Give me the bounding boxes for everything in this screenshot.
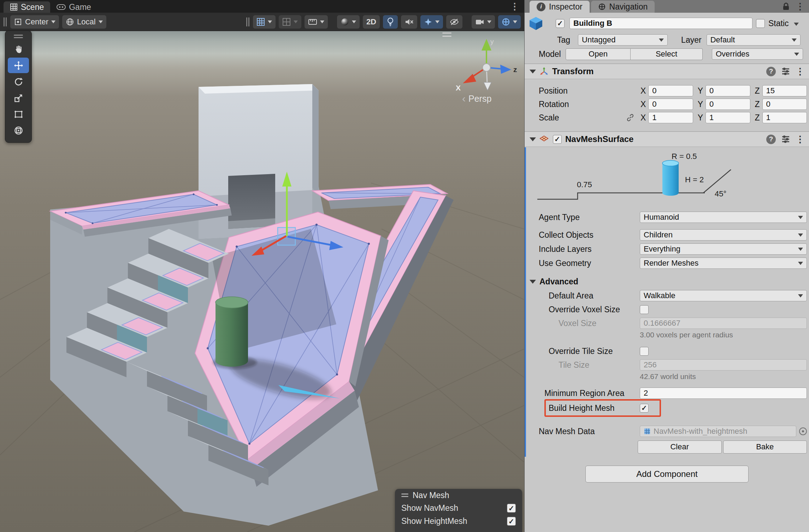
rotation-y-field[interactable]: 0: [705, 99, 750, 110]
scale-tool-button[interactable]: [8, 90, 29, 106]
effects-dropdown-button[interactable]: [420, 15, 443, 29]
grid-snap-button[interactable]: [253, 15, 276, 29]
clear-button[interactable]: Clear: [638, 441, 722, 454]
tab-game[interactable]: Game: [50, 1, 98, 13]
prefab-cube-icon[interactable]: [528, 16, 544, 31]
chevron-down-icon: [51, 20, 55, 23]
constrain-proportions-icon[interactable]: [626, 114, 634, 122]
lock-icon[interactable]: [782, 2, 790, 11]
hand-tool-button[interactable]: [8, 41, 29, 57]
min-region-field[interactable]: 2: [640, 388, 807, 399]
presets-icon[interactable]: [781, 135, 790, 144]
navmesh-overlay-header[interactable]: Nav Mesh: [395, 489, 522, 502]
rotation-x-field[interactable]: 0: [648, 99, 693, 110]
agent-type-dropdown[interactable]: Humanoid: [640, 212, 807, 223]
navmeshsurface-header[interactable]: NavMeshSurface ? ⋮: [525, 131, 809, 147]
active-checkbox[interactable]: [556, 19, 565, 28]
rect-tool-button[interactable]: [8, 106, 29, 122]
override-tile-checkbox[interactable]: [640, 347, 649, 356]
layer-dropdown[interactable]: Default: [707, 34, 801, 46]
tab-navigation[interactable]: Navigation: [591, 1, 655, 13]
component-menu-icon[interactable]: ⋮: [796, 66, 805, 77]
toolbar-drag-handle-2[interactable]: [246, 17, 250, 26]
green-cylinder[interactable]: [215, 297, 248, 367]
override-voxel-checkbox[interactable]: [640, 305, 649, 314]
pivot-mode-dropdown[interactable]: Center: [10, 15, 59, 29]
bake-button[interactable]: Bake: [723, 441, 807, 454]
build-height-mesh-checkbox[interactable]: [640, 404, 649, 413]
position-x-field[interactable]: 0: [648, 85, 693, 96]
overrides-dropdown[interactable]: Overrides: [712, 48, 803, 60]
effects-sparkle-icon: [424, 18, 432, 26]
pivot-icon: [14, 18, 22, 26]
advanced-foldout[interactable]: Advanced: [525, 276, 809, 287]
static-flags-caret-icon[interactable]: [794, 23, 799, 26]
2d-toggle-button[interactable]: 2D: [363, 15, 380, 29]
navmesh-display-overlay: Nav Mesh Show NavMesh Show HeightMesh: [395, 489, 522, 532]
toolbar-drag-handle[interactable]: [4, 17, 7, 26]
foldout-icon[interactable]: [530, 70, 536, 73]
position-z-field[interactable]: 15: [762, 85, 807, 96]
axis-neg-y-cone[interactable]: [484, 82, 491, 90]
palette-drag-handle[interactable]: [5, 32, 31, 41]
component-menu-icon[interactable]: ⋮: [796, 134, 805, 145]
presets-icon[interactable]: [781, 67, 790, 76]
help-icon[interactable]: ?: [766, 67, 776, 76]
gizmos-dropdown-button[interactable]: [498, 15, 521, 29]
static-checkbox[interactable]: [756, 19, 765, 28]
tab-inspector[interactable]: i Inspector: [530, 1, 590, 13]
navmesh-data-row: Nav Mesh Data NavMesh-with_heightmesh: [525, 425, 809, 437]
draw-mode-dropdown[interactable]: [337, 15, 360, 29]
object-name-field[interactable]: Building B: [569, 18, 752, 29]
scene-tab-menu-icon[interactable]: ⋮: [510, 1, 519, 12]
rotation-z-field[interactable]: 0: [762, 99, 807, 110]
axis-y-cone[interactable]: [482, 39, 491, 51]
axis-z-cone[interactable]: [500, 65, 511, 74]
move-tool-button[interactable]: [8, 58, 29, 73]
tag-dropdown[interactable]: Untagged: [578, 34, 668, 46]
object-picker-icon[interactable]: [799, 427, 807, 435]
collect-objects-dropdown[interactable]: Children: [640, 229, 807, 241]
foldout-icon[interactable]: [530, 137, 536, 141]
projection-label[interactable]: ‹ Persp: [462, 93, 491, 104]
include-layers-dropdown[interactable]: Everything: [640, 243, 807, 255]
default-area-dropdown[interactable]: Walkable: [640, 290, 807, 301]
audio-toggle-button[interactable]: [401, 15, 417, 29]
camera-dropdown-button[interactable]: [472, 15, 495, 29]
use-geometry-dropdown[interactable]: Render Meshes: [640, 258, 807, 269]
transform-tool-icon: [14, 126, 23, 135]
tab-inspector-label: Inspector: [549, 2, 583, 12]
scale-x-field[interactable]: 1: [648, 112, 693, 123]
add-component-button[interactable]: Add Component: [585, 466, 749, 483]
show-heightmesh-checkbox[interactable]: [507, 517, 516, 526]
measure-tool-button[interactable]: [305, 15, 328, 29]
scale-y-field[interactable]: 1: [705, 112, 750, 123]
voxel-help-text: 3.00 voxels per agent radius: [640, 331, 733, 339]
orientation-overlay-handle[interactable]: [442, 32, 451, 37]
hidden-objects-button[interactable]: [446, 15, 462, 29]
axis-z-label: z: [513, 65, 517, 73]
help-icon[interactable]: ?: [766, 135, 776, 144]
view-orientation-gizmo[interactable]: y z X: [453, 34, 520, 101]
gizmo-center[interactable]: [483, 64, 490, 71]
scene-viewport[interactable]: [0, 31, 524, 532]
position-y-field[interactable]: 0: [705, 85, 750, 96]
model-select-button[interactable]: Select: [631, 48, 703, 60]
object-name: Building B: [573, 19, 612, 28]
tab-scene[interactable]: Scene: [4, 1, 50, 13]
navmesh-data-object-field[interactable]: NavMesh-with_heightmesh: [640, 426, 796, 437]
show-navmesh-checkbox[interactable]: [507, 504, 516, 513]
scale-z-field[interactable]: 1: [762, 112, 807, 123]
rotate-tool-button[interactable]: [8, 74, 29, 89]
lightbulb-icon: [386, 17, 394, 26]
transform-header[interactable]: Transform ? ⋮: [525, 64, 809, 79]
orientation-mode-dropdown[interactable]: Local: [62, 15, 106, 29]
inspector-panel: i Inspector Navigation ⋮ Building B Stat…: [524, 0, 809, 532]
lighting-toggle-button[interactable]: [383, 15, 398, 29]
model-open-button[interactable]: Open: [566, 48, 631, 60]
inspector-menu-icon[interactable]: ⋮: [796, 1, 805, 12]
tab-game-label: Game: [69, 2, 91, 12]
component-enabled-checkbox[interactable]: [553, 135, 562, 144]
transform-tool-button[interactable]: [8, 123, 29, 138]
increment-snap-button[interactable]: [279, 15, 301, 29]
